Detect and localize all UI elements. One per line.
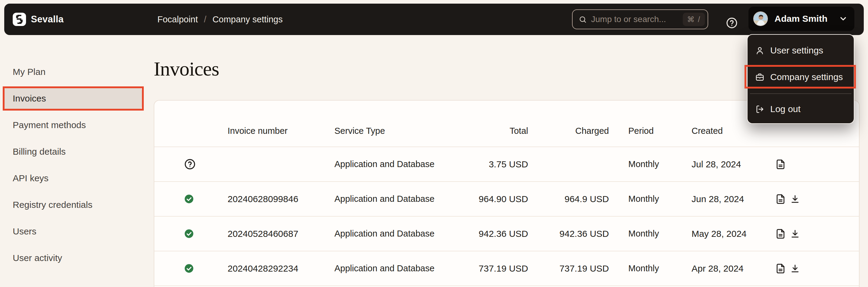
search-shortcut-badge: ⌘ /	[683, 13, 705, 26]
menu-divider	[750, 93, 851, 94]
menu-item-label: User settings	[770, 45, 823, 56]
user-dropdown-menu: User settings Company settings Log out	[747, 34, 855, 124]
user-menu-button[interactable]: Adam Smith	[748, 7, 855, 31]
sidebar-item-my-plan[interactable]: My Plan	[4, 61, 142, 83]
log-out-icon	[755, 105, 764, 114]
breadcrumb: Focalpoint / Company settings	[157, 4, 283, 35]
period-cell: Monthly	[628, 147, 659, 181]
view-invoice-button[interactable]	[775, 194, 786, 204]
total-cell: 964.90 USD	[479, 182, 528, 216]
breadcrumb-current-page[interactable]: Company settings	[213, 14, 283, 25]
search-input[interactable]	[591, 14, 683, 24]
menu-item-log-out[interactable]: Log out	[748, 98, 854, 120]
download-invoice-button[interactable]	[790, 194, 800, 204]
column-header-total: Total	[510, 126, 528, 136]
invoice-number-cell: 20240528460687	[227, 217, 299, 251]
table-row: 20240528460687 Application and Database …	[154, 217, 859, 251]
period-cell: Monthly	[628, 182, 659, 216]
paid-status-check-icon	[184, 182, 194, 216]
paid-status-check-icon	[184, 217, 194, 251]
avatar	[753, 11, 768, 26]
user-name: Adam Smith	[774, 13, 828, 24]
invoices-card: Invoice number Service Type Total Charge…	[154, 100, 860, 287]
menu-item-user-settings[interactable]: User settings	[748, 39, 854, 62]
sidebar-item-user-activity[interactable]: User activity	[4, 247, 142, 269]
breadcrumb-separator: /	[204, 14, 207, 25]
charged-cell: 737.19 USD	[560, 251, 609, 286]
total-cell: 737.19 USD	[479, 251, 528, 286]
invoice-number-cell: 20240428292234	[227, 251, 299, 286]
service-type-cell: Application and Database	[334, 182, 435, 216]
sidebar-item-users[interactable]: Users	[4, 220, 142, 242]
charged-cell: 942.36 USD	[560, 217, 609, 251]
global-search[interactable]: ⌘ /	[572, 9, 708, 29]
service-type-cell: Application and Database	[334, 147, 435, 181]
menu-item-label: Company settings	[770, 72, 843, 82]
row-actions	[775, 147, 786, 181]
chevron-down-icon	[839, 14, 848, 23]
row-actions	[775, 251, 800, 286]
view-invoice-button[interactable]	[775, 229, 786, 239]
download-invoice-button[interactable]	[790, 264, 800, 274]
sevalla-logo[interactable]	[13, 13, 26, 26]
period-cell: Monthly	[628, 217, 659, 251]
briefcase-icon	[755, 73, 764, 81]
table-row: 20240428292234 Application and Database …	[154, 251, 859, 286]
brand-name: Sevalla	[31, 4, 64, 35]
total-cell: 942.36 USD	[479, 217, 528, 251]
charged-cell: 964.9 USD	[564, 182, 609, 216]
column-header-charged: Charged	[575, 126, 609, 136]
table-row: Application and Database 3.75 USD Monthl…	[154, 147, 859, 182]
breadcrumb-company[interactable]: Focalpoint	[157, 14, 198, 25]
page-title: Invoices	[154, 58, 219, 80]
sidebar-item-registry-credentials[interactable]: Registry credentials	[4, 194, 142, 216]
menu-item-label: Log out	[770, 104, 801, 114]
settings-sidebar: My Plan Invoices Payment methods Billing…	[4, 61, 142, 274]
download-invoice-button[interactable]	[790, 229, 800, 239]
period-cell: Monthly	[628, 251, 659, 286]
sidebar-item-payment-methods[interactable]: Payment methods	[4, 114, 142, 136]
help-button[interactable]	[726, 17, 738, 29]
created-cell: Jun 28, 2024	[691, 182, 744, 216]
pending-status-help-icon	[184, 147, 195, 181]
column-header-period: Period	[628, 126, 654, 136]
top-bar: Sevalla Focalpoint / Company settings ⌘ …	[4, 4, 864, 35]
sidebar-item-invoices[interactable]: Invoices	[4, 87, 142, 109]
column-header-service-type: Service Type	[334, 126, 385, 136]
row-actions	[775, 182, 800, 216]
created-cell: Jul 28, 2024	[691, 147, 741, 181]
sevalla-logo-icon	[15, 15, 24, 24]
paid-status-check-icon	[184, 251, 194, 286]
view-invoice-button[interactable]	[775, 263, 786, 274]
total-cell: 3.75 USD	[489, 147, 528, 181]
table-row: 20240628099846 Application and Database …	[154, 182, 859, 217]
invoice-number-cell: 20240628099846	[227, 182, 299, 216]
row-actions	[775, 217, 800, 251]
service-type-cell: Application and Database	[334, 251, 435, 286]
column-header-created: Created	[691, 126, 723, 136]
sidebar-item-api-keys[interactable]: API keys	[4, 167, 142, 189]
column-header-invoice-number: Invoice number	[227, 126, 287, 136]
search-icon	[579, 15, 587, 24]
created-cell: Apr 28, 2024	[691, 251, 744, 286]
created-cell: May 28, 2024	[691, 217, 747, 251]
menu-item-company-settings[interactable]: Company settings	[748, 66, 854, 88]
user-icon	[755, 46, 764, 55]
sidebar-item-billing-details[interactable]: Billing details	[4, 141, 142, 163]
service-type-cell: Application and Database	[334, 217, 435, 251]
view-invoice-button[interactable]	[775, 159, 786, 170]
